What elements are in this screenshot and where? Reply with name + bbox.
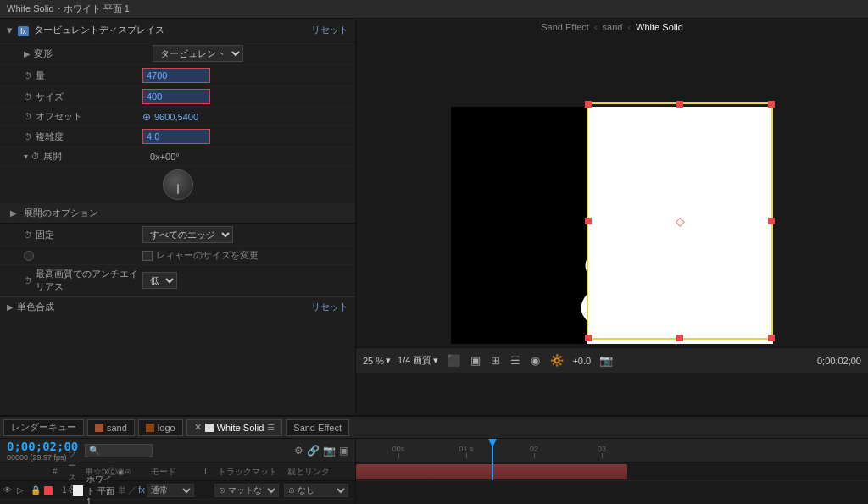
expand-label: 展開 <box>43 150 62 163</box>
expand-options-header[interactable]: ▶ 展開のオプション <box>0 203 355 224</box>
amount-label: 量 <box>36 69 45 82</box>
fixed-row: ⏱ 固定 すべてのエッジ <box>0 224 355 246</box>
turbulent-edge-svg <box>536 107 688 344</box>
tl-link-icon[interactable]: 🔗 <box>307 445 320 457</box>
white-solid-tab-menu[interactable]: ☰ <box>267 423 275 432</box>
channels-icon[interactable]: ☰ <box>509 354 522 367</box>
expand-clock[interactable]: ⏱ <box>31 152 40 161</box>
breadcrumb: Sand Effect ‹ sand ‹ White Solid <box>541 22 683 32</box>
fit-icon[interactable]: ⬛ <box>445 354 462 367</box>
offset-clock[interactable]: ⏱ <box>24 112 32 121</box>
tab-sand-effect[interactable]: Sand Effect <box>286 419 349 436</box>
trkmat-select[interactable]: ⊙ マットなし <box>214 484 279 497</box>
fixed-clock[interactable]: ⏱ <box>24 230 32 240</box>
offset-value: 9600,5400 <box>154 112 198 122</box>
amount-input[interactable] <box>142 68 210 83</box>
size-row: ⏱ サイズ <box>0 86 355 108</box>
sand-effect-tab-label: Sand Effect <box>293 423 342 433</box>
layer-clip[interactable] <box>356 464 627 479</box>
layer-size-label: レィャーのサイズを変更 <box>142 249 259 262</box>
zoom-dropdown-icon[interactable]: ▾ <box>386 355 391 366</box>
tab-render-queue[interactable]: レンダーキュー <box>3 419 84 436</box>
ruler-mark-02: 02 <box>500 445 568 458</box>
single-color-reset[interactable]: リセット <box>311 301 348 313</box>
table-row: 👁 ▷ 🔒 1 ホワイト 平面 1 単 ／ fx 通 <box>0 481 355 500</box>
complexity-clock[interactable]: ⏱ <box>24 132 32 141</box>
tab-logo[interactable]: logo <box>138 419 183 436</box>
snapshot-icon[interactable]: 📷 <box>598 354 615 367</box>
layer-size-text: レィャーのサイズを変更 <box>156 249 259 262</box>
layer-audio-toggle[interactable]: ▷ <box>17 485 29 495</box>
col-parent: 親とリンク <box>284 466 352 478</box>
col-mode: モード <box>147 466 198 478</box>
layer-source: ホワイト 平面 1 <box>73 474 116 504</box>
tl-settings-icon[interactable]: ⚙ <box>294 445 303 457</box>
breadcrumb-white-solid: White Solid <box>636 22 683 32</box>
layer-lock-toggle[interactable]: 🔒 <box>31 485 42 495</box>
complexity-input[interactable] <box>142 129 210 144</box>
tl-search-input[interactable] <box>85 444 153 457</box>
breadcrumb-sand-effect: Sand Effect <box>541 22 589 32</box>
transform-arrow[interactable]: ▶ <box>24 49 31 58</box>
expand-dial[interactable] <box>163 169 193 200</box>
timeline-left: 0;00;02;00 00000 (29.97 fps) ⚙ 🔗 📷 ▣ # ソ… <box>0 439 356 504</box>
render-queue-label: レンダーキュー <box>11 421 76 434</box>
white-solid-tab-close[interactable]: ✕ <box>194 422 202 433</box>
switch-fx[interactable]: ／ <box>128 485 136 496</box>
size-clock[interactable]: ⏱ <box>24 92 32 102</box>
layer-vis-toggle[interactable]: 👁 <box>3 485 15 495</box>
crosshair-icon[interactable]: ⊕ <box>142 111 151 123</box>
complexity-row: ⏱ 複雑度 <box>0 126 355 147</box>
parent-select[interactable]: ⊙ なし <box>284 484 348 497</box>
tl-camera-icon[interactable]: 📷 <box>323 445 336 457</box>
white-solid-tab-color <box>205 424 214 432</box>
color-icon[interactable]: ◉ <box>529 354 542 367</box>
tab-sand[interactable]: sand <box>87 419 135 436</box>
quality-control: 1/4 画質 ▾ <box>398 354 438 367</box>
size-label: サイズ <box>36 91 64 103</box>
preview-area: Sand Effect ‹ sand ‹ White Solid <box>356 19 868 415</box>
radio-row: レィャーのサイズを変更 <box>0 246 355 265</box>
quality-dropdown-icon[interactable]: ▾ <box>433 355 438 366</box>
tl-layers-icon[interactable]: ▣ <box>339 445 348 457</box>
reset-button[interactable]: リセット <box>311 24 348 36</box>
layer-trkmat: ⊙ マットなし <box>214 484 282 497</box>
size-input[interactable] <box>142 89 210 104</box>
single-color-arrow[interactable]: ▶ <box>7 302 14 312</box>
fx-badge: fx <box>18 25 29 36</box>
layer-number: 1 <box>58 485 71 495</box>
tab-white-solid[interactable]: ✕ White Solid ☰ <box>186 419 283 436</box>
ruler-mark-01s: 01 s <box>432 445 500 458</box>
antialias-label: 最高画質でのアンチエイリアス <box>36 268 142 293</box>
dial-container <box>0 166 355 203</box>
transform-select[interactable]: タービュレント <box>153 45 243 62</box>
collapse-arrow[interactable]: ▾ <box>7 24 13 36</box>
exposure-icon[interactable]: 🔆 <box>548 354 565 367</box>
safe-zones-icon[interactable]: ▣ <box>469 354 482 367</box>
timeline-content: 0;00;02;00 00000 (29.97 fps) ⚙ 🔗 📷 ▣ # ソ… <box>0 439 868 504</box>
logo-tab-color <box>146 424 154 432</box>
amount-row: ⏱ 量 <box>0 65 355 86</box>
switch-fx-badge[interactable]: fx <box>138 485 145 495</box>
antialias-select[interactable]: 低 <box>142 272 177 289</box>
zoom-value: 25 % <box>363 356 384 366</box>
col-t: T <box>200 467 214 476</box>
col-trkmat: トラックマット <box>214 466 282 478</box>
offset-label: オフセット <box>36 110 82 123</box>
expand-arrow-icon[interactable]: ▾ <box>24 152 28 161</box>
switch-solo[interactable]: 単 <box>118 485 126 496</box>
fixed-select[interactable]: すべてのエッジ <box>142 226 233 243</box>
antialias-clock[interactable]: ⏱ <box>24 276 32 285</box>
logo-tab-label: logo <box>158 423 175 433</box>
layer-name: ホワイト 平面 1 <box>86 474 116 504</box>
mode-select[interactable]: 通常 <box>147 484 194 497</box>
amount-clock[interactable]: ⏱ <box>24 71 32 80</box>
grid-icon[interactable]: ⊞ <box>489 354 502 367</box>
breadcrumb-sand: sand <box>603 22 623 32</box>
offset-row: ⏱ オフセット ⊕ 9600,5400 <box>0 108 355 126</box>
radio-button[interactable] <box>24 251 34 261</box>
preview-timecode: 0;00;02;00 <box>817 356 861 366</box>
layer-icon <box>73 485 83 496</box>
timeline-tabs: レンダーキュー sand logo ✕ White Solid ☰ Sand E… <box>0 417 868 439</box>
layer-size-checkbox[interactable] <box>142 251 153 261</box>
